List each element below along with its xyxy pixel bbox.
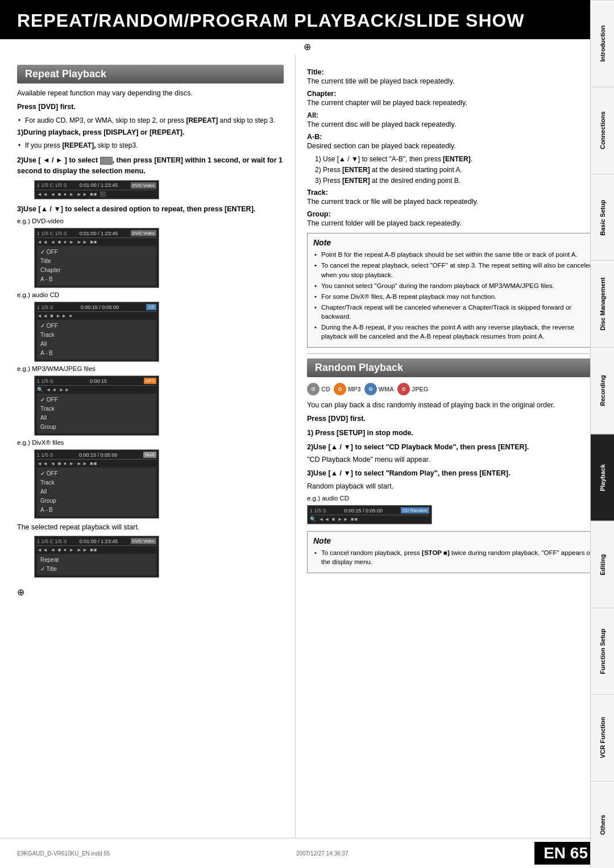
compass-left: ⊕ (17, 581, 284, 598)
mp3-badge: ⊙ MP3 (334, 383, 361, 395)
sidebar-tab-others[interactable]: Others (591, 781, 614, 868)
all-text: The current disc will be played back rep… (307, 120, 603, 128)
step2-label: 1)During playback, press [DISPLAY] or [R… (17, 127, 284, 138)
note-item-2: To cancel the repeat playback, select "O… (321, 261, 596, 279)
title-text: The current title will be played back re… (307, 77, 603, 85)
page-footer: E9KGAUD_D-VR610KU_EN.indd 65 2007/12/27 … (0, 838, 614, 868)
eg-dvd-label: e.g.) DVD-video (17, 218, 284, 224)
sidebar-tab-playback[interactable]: Playback (591, 434, 614, 521)
random-step1: 1) Press [SETUP] in stop mode. (307, 428, 603, 439)
compass-top: ⊕ (0, 39, 614, 55)
screen-cd-mockup: 1 1/5 S 0:00:15 / 0:05:00 CD ◄◄ ■ ►► ● O… (34, 302, 159, 362)
sidebar-tab-introduction[interactable]: Introduction (591, 0, 614, 87)
ab-step2: 2) Press [ENTER] at the desired starting… (315, 165, 603, 175)
random-step2-sub: "CD Playback Mode" menu will appear. (307, 456, 603, 464)
screen-final-mockup: 1 1/5 C 1/5 S 0:01:00 / 1:23:45 DVD Vide… (34, 536, 159, 578)
cd-menu: OFF Track All A - B (37, 320, 156, 360)
sidebar-tab-connections[interactable]: Connections (591, 87, 614, 174)
random-note-item-1: To cancel random playback, press [STOP ■… (321, 548, 596, 566)
cd-icon: ⊙ (307, 383, 320, 395)
repeat-note-box: Note Point B for the repeat A-B playback… (307, 233, 603, 348)
page-number: EN 65 (534, 842, 597, 865)
random-step2: 2)Use [▲ / ▼] to select "CD Playback Mod… (307, 442, 603, 453)
ab-text: Desired section can be played back repea… (307, 142, 603, 150)
repeat-note-title: Note (313, 238, 596, 247)
footer-file-info: E9KGAUD_D-VR610KU_EN.indd 65 (17, 850, 110, 857)
cd-badge: ⊙ CD (307, 383, 330, 395)
format-badges: ⊙ CD ⊙ MP3 ⊙ WMA ⊙ JPEG (307, 383, 603, 395)
ab-step1: 1) Use [▲ / ▼] to select "A-B", then pre… (315, 155, 603, 164)
mp3-icon: ⊙ (334, 383, 346, 395)
divx-menu: OFF Track All Group A - B (37, 468, 156, 516)
page-header: REPEAT/RANDOM/PROGRAM PLAYBACK/SLIDE SHO… (0, 0, 614, 39)
step1-text: For audio CD, MP3, or WMA, skip to step … (25, 116, 284, 126)
divider (307, 353, 603, 354)
page-title: REPEAT/RANDOM/PROGRAM PLAYBACK/SLIDE SHO… (17, 10, 525, 31)
note-item-3: You cannot select "Group" during the ran… (321, 281, 596, 290)
sidebar-tab-editing[interactable]: Editing (591, 521, 614, 608)
group-heading: Group: (307, 210, 603, 218)
all-heading: All: (307, 111, 603, 119)
note-item-5: Chapter/Track repeat will be canceled wh… (321, 303, 596, 321)
screen-mockup-1: 1 1/5 C 1/5 S 0:01:00 / 1:23:45 DVD Vide… (34, 180, 159, 199)
chapter-heading: Chapter: (307, 90, 603, 98)
ab-heading: A-B: (307, 133, 603, 141)
random-playback-heading: Random Playback (307, 358, 603, 377)
random-press-dvd: Press [DVD] first. (307, 414, 603, 424)
screen-divx-mockup: 1 1/5 S 0:00:15 / 0:05:00 DivX ◄◄ ◄ ■ ● … (34, 449, 159, 519)
step3-label: 2)Use [ ◄ / ► ] to select , then press [… (17, 155, 284, 177)
eg-divx-label: e.g.) DivX® files (17, 439, 284, 446)
sidebar-tab-basic-setup[interactable]: Basic Setup (591, 174, 614, 261)
repeat-intro: Available repeat function may vary depen… (17, 89, 284, 97)
random-step3: 3)Use [▲ / ▼] to select "Random Play", t… (307, 468, 603, 479)
right-column: Title: The current title will be played … (296, 55, 614, 838)
random-note-title: Note (313, 536, 596, 545)
screen-dvd-mockup: 1 1/5 C 1/5 S 0:01:00 / 1:23:45 DVD Vide… (34, 228, 159, 288)
random-eg-cd: e.g.) audio CD (307, 495, 603, 502)
note-item-1: Point B for the repeat A-B playback shou… (321, 250, 596, 259)
press-dvd-first: Press [DVD] first. (17, 102, 284, 112)
left-column: Repeat Playback Available repeat functio… (0, 55, 296, 838)
ab-step3: 3) Press [ENTER] at the desired ending p… (315, 176, 603, 186)
wma-icon: ⊙ (364, 383, 377, 395)
track-text: The current track or file will be played… (307, 198, 603, 206)
jpeg-icon: ⊙ (397, 383, 410, 395)
sidebar-tab-disc-management[interactable]: Disc Management (591, 260, 614, 347)
repeat-playback-heading: Repeat Playback (17, 65, 284, 84)
step2-sub: If you press [REPEAT], skip to step3. (25, 141, 284, 151)
sidebar-tab-vcr-function[interactable]: VCR Function (591, 694, 614, 781)
jpeg-badge: ⊙ JPEG (397, 383, 428, 395)
screen-mp3-mockup: 1 1/5 S 0:00:15 MP3 🔍 ◄◄ ►► OFF Track Al… (34, 375, 159, 436)
eg-cd-label: e.g.) audio CD (17, 291, 284, 298)
sidebar-tab-recording[interactable]: Recording (591, 347, 614, 434)
track-heading: Track: (307, 189, 603, 197)
main-content: Repeat Playback Available repeat functio… (0, 55, 614, 838)
eg-mp3-label: e.g.) MP3/WMA/JPEG files (17, 365, 284, 372)
random-note-box: Note To cancel random playback, press [S… (307, 531, 603, 573)
note-item-4: For some DivX® files, A-B repeat playbac… (321, 292, 596, 301)
chapter-text: The current chapter will be played back … (307, 99, 603, 107)
final-menu: Repeat Title (37, 554, 156, 575)
right-sidebar: Introduction Connections Basic Setup Dis… (590, 0, 614, 868)
mp3-menu: OFF Track All Group (37, 394, 156, 433)
group-text: The current folder will be played back r… (307, 219, 603, 227)
note-item-6: During the A-B repeat, if you reaches th… (321, 323, 596, 341)
page-wrapper: REPEAT/RANDOM/PROGRAM PLAYBACK/SLIDE SHO… (0, 0, 614, 868)
screen-random-mockup: 1 1/5 S 0:00:15 / 0:05:00 CD Random 🔍 ◄◄… (307, 505, 432, 524)
random-intro: You can play back a disc randomly instea… (307, 401, 603, 409)
final-text: The selected repeat playback will start. (17, 523, 284, 531)
wma-badge: ⊙ WMA (364, 383, 395, 395)
footer-date: 2007/12/27 14:36:37 (296, 850, 349, 857)
sidebar-tab-function-setup[interactable]: Function Setup (591, 608, 614, 695)
title-heading: Title: (307, 68, 603, 76)
step4-label: 3)Use [▲ / ▼] to select a desired option… (17, 204, 284, 215)
dvd-menu: OFF Title Chapter A - B (37, 246, 156, 286)
random-step3-sub: Random playback will start. (307, 482, 603, 490)
